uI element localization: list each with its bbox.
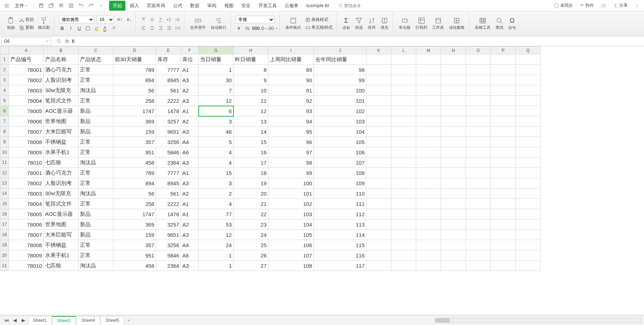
row-header-14[interactable]: 14 — [0, 188, 9, 199]
cell-C19[interactable]: 正常 — [79, 240, 113, 250]
cell-C10[interactable]: 正常 — [79, 147, 113, 158]
cell-O16[interactable] — [466, 209, 491, 219]
align-left-icon[interactable] — [140, 25, 147, 32]
cell-M15[interactable] — [416, 199, 441, 209]
cell-A16[interactable]: 78005 — [9, 209, 44, 219]
cell-B6[interactable]: AOC显示器 — [44, 106, 79, 116]
cell-A1[interactable]: 产品编号 — [9, 54, 44, 65]
col-header-O[interactable]: O — [466, 47, 491, 54]
cell-H6[interactable]: 12 — [234, 106, 268, 116]
cell-G7[interactable]: 3 — [199, 116, 234, 127]
cell-F13[interactable]: A3 — [181, 178, 199, 188]
cell-P9[interactable] — [491, 137, 516, 147]
row-header-10[interactable]: 10 — [0, 147, 9, 158]
cell-J20[interactable]: 116 — [314, 250, 366, 261]
cell-O2[interactable] — [466, 65, 491, 75]
cell-K15[interactable] — [366, 199, 391, 209]
cell-C1[interactable]: 产品状态 — [79, 54, 113, 65]
cell-M6[interactable] — [416, 106, 441, 116]
cell-K19[interactable] — [366, 240, 391, 250]
cell-G6[interactable]: 6 — [199, 106, 234, 116]
cell-G20[interactable]: 1 — [199, 250, 234, 261]
cell-O6[interactable] — [466, 106, 491, 116]
cell-G13[interactable]: 3 — [199, 178, 234, 188]
cell-P2[interactable] — [491, 65, 516, 75]
row-header-2[interactable]: 2 — [0, 65, 9, 75]
cell-B21[interactable]: 七匹狼 — [44, 261, 79, 271]
cell-P4[interactable] — [491, 85, 516, 96]
cell-B9[interactable]: 不锈钢盆 — [44, 137, 79, 147]
cell-A13[interactable]: 78002 — [9, 178, 44, 188]
cell-J8[interactable]: 104 — [314, 127, 366, 137]
cell-J7[interactable]: 103 — [314, 116, 366, 127]
col-header-J[interactable]: J — [314, 47, 366, 54]
cell-J9[interactable]: 105 — [314, 137, 366, 147]
cell-O17[interactable] — [466, 219, 491, 230]
cell-H15[interactable]: 21 — [234, 199, 268, 209]
cell-O1[interactable] — [466, 54, 491, 65]
cell-L6[interactable] — [391, 106, 416, 116]
col-header-F[interactable]: F — [181, 47, 199, 54]
cell-E19[interactable]: 3256 — [156, 240, 181, 250]
fill-button[interactable]: 填充 — [379, 16, 390, 31]
cell-Q14[interactable] — [516, 188, 541, 199]
cell-F9[interactable]: A4 — [181, 137, 199, 147]
cell-J4[interactable]: 100 — [314, 85, 366, 96]
row-header-15[interactable]: 15 — [0, 199, 9, 209]
align-middle-icon[interactable] — [149, 16, 156, 23]
cell-F12[interactable]: A1 — [181, 168, 199, 178]
cell-Q1[interactable] — [516, 54, 541, 65]
cell-G3[interactable]: 30 — [199, 75, 234, 85]
cell-L3[interactable] — [391, 75, 416, 85]
cell-K20[interactable] — [366, 250, 391, 261]
collab-button[interactable]: 协作 — [579, 2, 595, 9]
cell-H14[interactable]: 20 — [234, 188, 268, 199]
cell-F6[interactable]: A1 — [181, 106, 199, 116]
cell-G14[interactable]: 2 — [199, 188, 234, 199]
cell-D11[interactable]: 458 — [113, 158, 156, 168]
cell-B17[interactable]: 世界地图 — [44, 219, 79, 230]
merge-center-button[interactable]: 合并居中 — [189, 16, 207, 31]
cell-E21[interactable]: 2364 — [156, 261, 181, 271]
cell-K3[interactable] — [366, 75, 391, 85]
cell-Q2[interactable] — [516, 65, 541, 75]
cell-C4[interactable]: 淘汰品 — [79, 85, 113, 96]
cell-I21[interactable]: 108 — [268, 261, 314, 271]
cell-F20[interactable]: A6 — [181, 250, 199, 261]
name-box[interactable]: G6 — [1, 37, 51, 45]
cell-H17[interactable]: 23 — [234, 219, 268, 230]
symbol-button[interactable]: Ω符号 — [507, 16, 517, 31]
cell-J12[interactable]: 108 — [314, 168, 366, 178]
cell-Q15[interactable] — [516, 199, 541, 209]
cell-H16[interactable]: 22 — [234, 209, 268, 219]
cell-M1[interactable] — [416, 54, 441, 65]
cell-F2[interactable]: A1 — [181, 65, 199, 75]
align-bottom-icon[interactable] — [157, 16, 164, 23]
cell-I2[interactable]: 89 — [268, 65, 314, 75]
row-header-17[interactable]: 17 — [0, 219, 9, 230]
cell-K7[interactable] — [366, 116, 391, 127]
menu-tab-5[interactable]: 审阅 — [204, 1, 220, 11]
cell-P14[interactable] — [491, 188, 516, 199]
cell-D16[interactable]: 1747 — [113, 209, 156, 219]
cell-B5[interactable]: 笔筒式文件 — [44, 96, 79, 106]
cell-Q8[interactable] — [516, 127, 541, 137]
cell-I19[interactable]: 106 — [268, 240, 314, 250]
cell-C3[interactable]: 正常 — [79, 75, 113, 85]
cell-E7[interactable]: 3257 — [156, 116, 181, 127]
cell-N17[interactable] — [441, 219, 466, 230]
cell-L14[interactable] — [391, 188, 416, 199]
shrink-font-icon[interactable]: A↓ — [125, 16, 133, 23]
cell-H10[interactable]: 16 — [234, 147, 268, 158]
paste-button[interactable]: 粘贴 — [6, 16, 16, 31]
cell-M17[interactable] — [416, 219, 441, 230]
distribute-icon[interactable] — [174, 25, 181, 32]
preview-icon[interactable] — [67, 2, 75, 10]
cell-J6[interactable]: 102 — [314, 106, 366, 116]
table-style-button[interactable]: 表格样式 — [305, 16, 333, 23]
cell-E3[interactable]: 8945 — [156, 75, 181, 85]
cell-J2[interactable]: 98 — [314, 65, 366, 75]
cell-F17[interactable]: A2 — [181, 219, 199, 230]
cell-F1[interactable]: 库位 — [181, 54, 199, 65]
cell-N14[interactable] — [441, 188, 466, 199]
